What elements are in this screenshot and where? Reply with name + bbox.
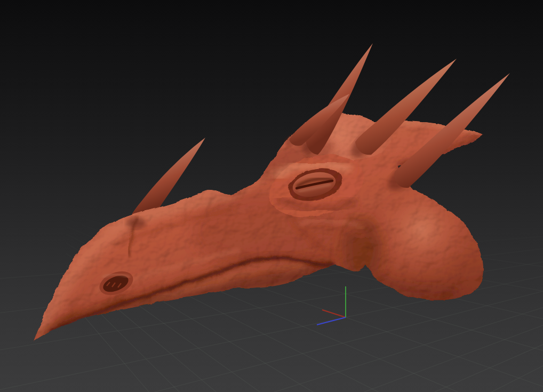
axis-z-line [317, 317, 346, 325]
dragon-head-model[interactable] [34, 43, 510, 341]
axis-x-line [322, 310, 346, 317]
axis-gizmo [317, 286, 346, 325]
3d-viewport[interactable] [0, 0, 543, 392]
scene-canvas[interactable] [0, 0, 543, 392]
